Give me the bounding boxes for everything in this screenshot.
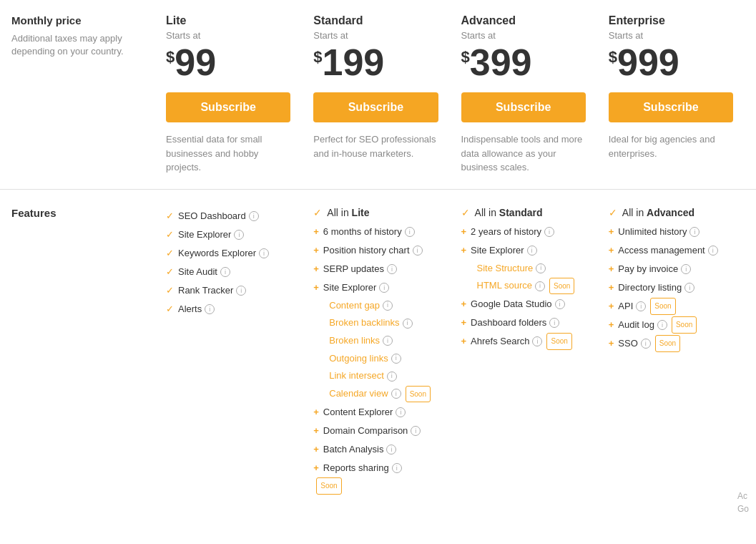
feature-text: HTML source: [477, 277, 533, 295]
plus-icon: +: [313, 422, 319, 440]
feature-item: ✓SEO Dashboardi: [166, 207, 290, 225]
sub-feature-item: Site Structurei: [461, 260, 586, 278]
plan-price-0: $ 99: [166, 44, 290, 81]
plan-name-3: Enterprise: [609, 14, 733, 27]
sub-feature-item: HTML sourceiSoon: [461, 277, 586, 295]
plus-icon: +: [313, 278, 319, 297]
plus-icon: +: [609, 223, 614, 241]
info-icon-std-9[interactable]: i: [391, 389, 401, 399]
plus-icon: +: [313, 241, 319, 260]
feature-text: Rank Tracker: [178, 281, 233, 300]
info-icon-lite-5[interactable]: i: [205, 304, 215, 314]
info-icon-ent-1[interactable]: i: [708, 246, 718, 256]
plan-name-1: Standard: [313, 14, 438, 27]
feature-item: +Ahrefs SearchiSoon: [461, 332, 586, 351]
subscribe-button-2[interactable]: Subscribe: [461, 92, 586, 122]
monthly-price-label: Monthly price: [11, 14, 143, 26]
info-icon-adv-5[interactable]: i: [549, 318, 559, 328]
info-icon-lite-4[interactable]: i: [236, 286, 246, 296]
info-icon-ent-2[interactable]: i: [681, 264, 691, 274]
feature-text: Unlimited history: [618, 223, 687, 241]
check-icon: ✓: [166, 225, 174, 244]
info-icon-std-10[interactable]: i: [396, 407, 406, 417]
plus-icon: +: [609, 316, 614, 334]
feature-item: +Reports sharingi: [313, 459, 438, 477]
info-icon-adv-6[interactable]: i: [532, 336, 542, 346]
info-icon-std-12[interactable]: i: [386, 445, 396, 455]
feature-text: Link intersect: [329, 367, 384, 385]
info-icon-std-8[interactable]: i: [387, 371, 397, 382]
check-icon: ✓: [166, 300, 174, 319]
plan-starts-at-2: Starts at: [461, 30, 586, 41]
feature-item: +Pay by invoicei: [609, 260, 733, 278]
feature-text: Broken links: [329, 332, 380, 350]
feature-item: +Directory listingi: [609, 278, 733, 297]
info-icon-ent-4[interactable]: i: [636, 301, 646, 311]
soon-badge-std-9: Soon: [406, 386, 431, 402]
feature-text: Content Explorer: [323, 403, 393, 422]
feature-text: SERP updates: [323, 260, 384, 278]
plan-dollar-1: $: [313, 48, 322, 67]
info-icon-std-3[interactable]: i: [379, 283, 389, 293]
info-icon-lite-3[interactable]: i: [220, 267, 230, 277]
plan-starts-at-3: Starts at: [609, 30, 733, 41]
monthly-price-col: Monthly price Additional taxes may apply…: [11, 14, 154, 175]
info-icon-std-6[interactable]: i: [383, 336, 393, 346]
soon-badge-ent-6: Soon: [655, 335, 680, 352]
check-icon: ✓: [166, 263, 174, 281]
plus-icon: +: [313, 260, 319, 278]
feature-text: Content gap: [329, 297, 380, 315]
plan-amount-1: 199: [323, 44, 385, 81]
feature-item: +Content Exploreri: [313, 403, 438, 422]
info-icon-std-1[interactable]: i: [413, 246, 423, 256]
feature-text: Position history chart: [323, 241, 410, 260]
info-icon-ent-3[interactable]: i: [684, 283, 694, 293]
info-icon-std-4[interactable]: i: [383, 301, 393, 311]
feature-item: +Audit logiSoon: [609, 316, 733, 334]
features-label: Features: [11, 207, 143, 219]
info-icon-adv-0[interactable]: i: [544, 227, 554, 237]
feature-item: +Domain Comparisoni: [313, 422, 438, 440]
plus-icon: +: [609, 297, 614, 316]
info-icon-std-13[interactable]: i: [392, 463, 402, 473]
info-icon-ent-0[interactable]: i: [689, 227, 699, 237]
info-icon-ent-6[interactable]: i: [641, 339, 651, 349]
info-icon-std-0[interactable]: i: [405, 227, 415, 237]
info-icon-lite-0[interactable]: i: [249, 211, 259, 221]
info-icon-lite-2[interactable]: i: [259, 248, 269, 258]
subscribe-button-3[interactable]: Subscribe: [609, 92, 733, 122]
info-icon-adv-2[interactable]: i: [536, 263, 546, 273]
plus-icon: +: [461, 332, 467, 351]
info-icon-std-7[interactable]: i: [391, 354, 401, 364]
feature-item: +SSOiSoon: [609, 334, 733, 353]
feature-text: API: [618, 297, 633, 316]
info-icon-adv-1[interactable]: i: [527, 246, 537, 256]
plus-icon: +: [461, 223, 467, 241]
info-icon-std-2[interactable]: i: [387, 264, 397, 274]
plan-amount-2: 399: [470, 44, 532, 81]
feature-text: 2 years of history: [471, 223, 541, 241]
plan-amount-3: 999: [617, 44, 679, 81]
feature-text: Dashboard folders: [471, 314, 546, 332]
feature-text: Domain Comparison: [323, 422, 408, 440]
feature-item: +Unlimited historyi: [609, 223, 733, 241]
plus-icon: +: [313, 440, 319, 459]
sub-feature-item: Broken linksi: [313, 332, 438, 350]
info-icon-adv-4[interactable]: i: [555, 299, 565, 309]
feature-text: Broken backlinks: [329, 314, 399, 332]
info-icon-ent-5[interactable]: i: [657, 320, 667, 330]
soon-badge-adv-3: Soon: [549, 278, 574, 294]
feature-item: +Access managementi: [609, 241, 733, 260]
info-icon-std-5[interactable]: i: [403, 319, 413, 329]
plus-icon: +: [609, 260, 614, 278]
info-icon-adv-3[interactable]: i: [535, 281, 545, 291]
features-standard: ✓ All in Lite +6 months of historyi+Posi…: [302, 207, 449, 495]
info-icon-std-11[interactable]: i: [411, 426, 421, 436]
subscribe-button-1[interactable]: Subscribe: [313, 92, 438, 122]
soon-badge-adv-6: Soon: [546, 333, 571, 350]
feature-text: Site Audit: [178, 263, 217, 281]
feature-text: Outgoing links: [329, 350, 388, 368]
info-icon-lite-1[interactable]: i: [234, 230, 244, 240]
subscribe-button-0[interactable]: Subscribe: [166, 92, 290, 122]
feature-text: Keywords Explorer: [178, 244, 256, 263]
